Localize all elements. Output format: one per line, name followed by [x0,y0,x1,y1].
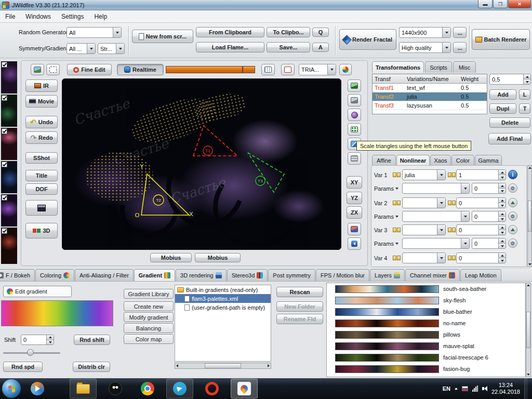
spinner-up-icon[interactable] [47,335,54,340]
dashed-frame-button[interactable] [46,64,60,75]
tab-fps-motion-blur[interactable]: FPS / Motion blur [316,269,369,281]
tab-transformations[interactable]: Transformations [372,61,424,73]
subtab-affine[interactable]: Affine [372,155,396,165]
new-folder-button[interactable]: New Folder [276,301,323,312]
tab-channel-mixer[interactable]: Channel mixer [405,269,460,281]
flame-thumbnail[interactable] [1,95,17,127]
transform-row[interactable]: Transf1 text_wf 0.5 [373,84,487,92]
tab-3d-rendering[interactable]: 3D rendering [176,269,227,281]
tab-coloring[interactable]: Coloring [35,269,74,281]
chrome-icon[interactable] [134,379,161,398]
thumbnail-checkbox[interactable] [2,228,7,234]
view-xy-button[interactable]: XY [347,176,362,189]
quality-more-button[interactable]: ... [453,42,467,53]
var-toggle-icon[interactable] [393,228,401,232]
gradient-list[interactable]: south-sea-bather sky-flesh blue-bather n… [326,283,526,377]
pan-view-button[interactable] [348,152,361,165]
gradient-library-button[interactable]: Gradient Library [124,289,174,299]
movie-button[interactable]: Movie [25,95,58,108]
spinner-up-icon[interactable] [499,225,506,230]
network-icon[interactable] [472,385,478,392]
subtab-color[interactable]: Color [451,155,474,165]
chevron-down-icon[interactable] [113,28,121,37]
view-zx-button[interactable]: ZX [347,206,362,219]
create-new-button[interactable]: Create new [124,301,174,311]
delete-transform-button[interactable]: Delete [489,117,530,128]
flame-thumbnail[interactable] [1,228,17,264]
gradient-list-item[interactable]: mauve-splat [327,340,525,352]
grid-toggle-button[interactable] [261,64,275,75]
spinner-down-icon[interactable] [499,258,506,263]
tab-scripts[interactable]: Scripts [425,61,452,73]
scrollbar-thumb[interactable] [205,363,241,368]
gradient-list-scrollbar[interactable] [526,283,531,377]
var4-select[interactable] [402,252,446,263]
start-button[interactable] [2,379,21,398]
transforms-table[interactable]: Transf Variations/Name Weight Transf1 te… [372,74,487,114]
jwildfire-taskbar-icon[interactable] [231,379,258,398]
shift-slider[interactable] [3,349,60,356]
snapshot-view-button[interactable] [348,223,361,235]
var-toggle-icon[interactable] [448,172,456,177]
var-toggle-icon[interactable] [448,228,456,232]
movie-render-button[interactable] [25,200,58,216]
params3-label[interactable]: Params [374,238,398,249]
chevron-down-icon[interactable] [437,225,445,235]
spinner-up-icon[interactable] [499,211,506,216]
tab-gradient[interactable]: Gradient [134,269,175,281]
modify-gradient-button[interactable]: Modify gradient [124,312,174,322]
flame-thumbnail[interactable] [1,194,17,227]
gradient-list-item[interactable]: facial-treescape 6 [327,352,525,363]
new-from-scratch-button[interactable]: New from scr... [132,30,193,43]
preview-image-button[interactable] [348,79,361,92]
rename-folder-button[interactable]: Rename Fld [276,314,323,324]
rescan-button[interactable]: Rescan [276,287,323,297]
guides-toggle-button[interactable] [281,64,295,75]
params2-spinner[interactable]: 0 [472,211,506,222]
close-button[interactable]: ✕ [508,0,531,8]
tab-leap-motion[interactable]: Leap Motion [460,269,501,281]
rnd-shift-button[interactable]: Rnd shift [74,335,110,345]
params2-select[interactable] [402,211,470,222]
spinner-down-icon[interactable] [499,216,506,221]
fine-edit-button[interactable]: Fine Edit [67,64,112,75]
symmetry-select[interactable]: All ... [66,43,96,54]
triangle-style-select[interactable]: TRIA... [299,64,336,75]
slider-thumb[interactable] [27,349,34,356]
transform-row[interactable]: Transf3 lazysusan 0.5 [373,101,487,110]
undo-button[interactable]: ↶ Undo [25,116,58,128]
save-button[interactable]: Save... [267,42,310,52]
random-generator-select[interactable]: All [66,27,122,38]
flame-thumbnail[interactable] [1,161,17,193]
dof-button[interactable]: DOF [25,183,58,195]
thumbnail-checkbox[interactable] [2,162,7,167]
nonlinear-scrollbar[interactable] [527,165,532,267]
menu-file[interactable]: File [5,13,15,20]
var-toggle-icon[interactable] [393,172,401,177]
chevron-down-icon[interactable] [87,44,95,54]
var3-select[interactable] [402,224,446,235]
menu-help[interactable]: Help [94,13,107,20]
spinner-up-icon[interactable] [499,170,506,175]
menu-windows[interactable]: Windows [25,13,51,20]
gradient-style-select[interactable]: Str... [98,43,125,54]
spinner-up-icon[interactable] [524,74,530,79]
spinner-down-icon[interactable] [499,188,506,193]
color-map-button[interactable]: Color map [124,334,174,344]
info-icon[interactable]: i [508,170,517,179]
params1-label[interactable]: Params [374,183,398,194]
params1-select[interactable] [402,183,470,194]
gradient-list-item[interactable]: pillows [327,329,525,340]
maximize-button[interactable]: ❐ [493,0,508,8]
var-toggle-icon[interactable] [393,201,401,205]
gradient-list-item[interactable]: fasion-bug [327,363,525,375]
load-flame-button[interactable]: Load Flame... [196,42,264,52]
quality-select[interactable]: High quality [399,42,451,53]
var2-select[interactable] [402,197,446,208]
var-toggle-icon[interactable] [448,256,456,260]
subtab-nonlinear[interactable]: Nonlinear [396,155,430,165]
var3-amount-spinner[interactable]: 0 [456,224,506,235]
balancing-button[interactable]: Balancing [124,323,174,333]
title-button[interactable]: Title [25,170,58,181]
gradient-list-item[interactable]: sky-flesh [327,295,525,306]
